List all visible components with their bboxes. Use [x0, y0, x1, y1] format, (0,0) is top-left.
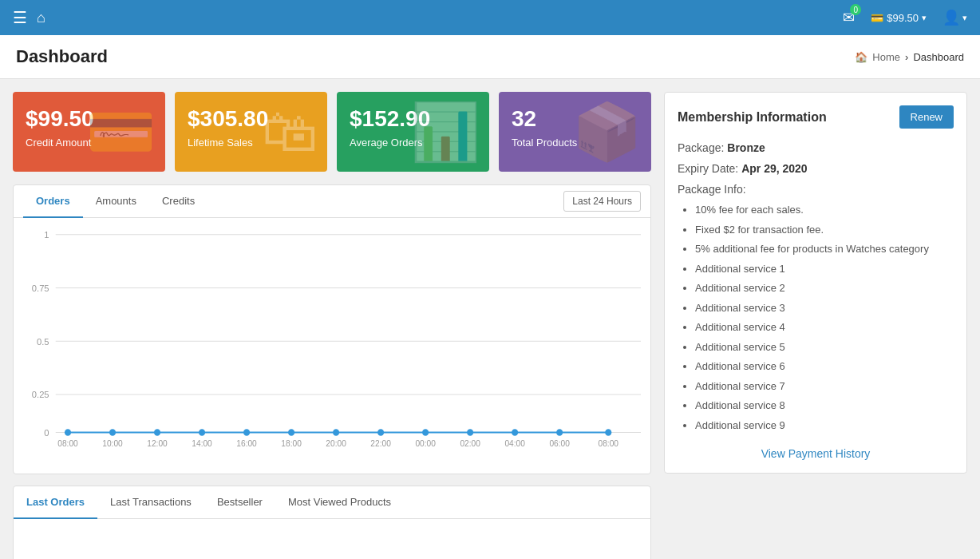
- list-item: Additional service 6: [695, 359, 954, 375]
- chart-area: 1 0.75 0.5 0.25 0: [14, 218, 650, 474]
- svg-point-19: [467, 429, 473, 436]
- svg-text:14:00: 14:00: [192, 438, 212, 447]
- left-column: $99.50 Credit Amount 💳 $305.80 Lifetime …: [13, 92, 651, 559]
- credit-amount-card: $99.50 Credit Amount 💳: [13, 92, 165, 172]
- credit-amount-nav[interactable]: 💳 $99.50 ▾: [871, 12, 927, 24]
- membership-header: Membership Information Renew: [678, 105, 954, 129]
- nav-right: ✉ 0 💳 $99.50 ▾ 👤 ▾: [843, 9, 967, 26]
- view-payment-history-link[interactable]: View Payment History: [678, 447, 954, 460]
- lifetime-sales-card: $305.80 Lifetime Sales 🛍: [175, 92, 327, 172]
- user-icon: 👤: [942, 9, 960, 26]
- tab-credits[interactable]: Credits: [149, 185, 207, 218]
- svg-text:04:00: 04:00: [504, 438, 525, 447]
- list-item: Additional service 8: [695, 398, 954, 414]
- svg-point-22: [605, 429, 611, 436]
- tab-bestseller[interactable]: Bestseller: [204, 486, 275, 519]
- right-column: Membership Information Renew Package: Br…: [664, 92, 967, 559]
- svg-point-20: [512, 429, 518, 436]
- credit-chevron-icon: ▾: [922, 13, 927, 23]
- list-item: Additional service 9: [695, 418, 954, 434]
- svg-text:16:00: 16:00: [236, 438, 257, 447]
- tab-most-viewed[interactable]: Most Viewed Products: [275, 486, 404, 519]
- list-item: Additional service 4: [695, 319, 954, 335]
- svg-text:20:00: 20:00: [326, 438, 346, 447]
- mail-badge: 0: [850, 4, 861, 15]
- home-icon[interactable]: ⌂: [37, 10, 45, 26]
- package-row: Package: Bronze: [678, 141, 954, 154]
- mail-icon[interactable]: ✉ 0: [843, 9, 855, 26]
- tab-last-orders[interactable]: Last Orders: [14, 486, 97, 519]
- list-item: Additional service 1: [695, 261, 954, 277]
- svg-point-11: [109, 429, 116, 436]
- package-info-label: Package Info:: [678, 183, 954, 196]
- tab-amounts[interactable]: Amounts: [83, 185, 149, 218]
- average-orders-card: $152.90 Average Orders 📊: [337, 92, 489, 172]
- membership-card: Membership Information Renew Package: Br…: [664, 92, 967, 474]
- expiry-label: Expiry Date:: [678, 162, 741, 175]
- bottom-tabs-card: Last Orders Last Transactions Bestseller…: [13, 486, 651, 559]
- package-value: Bronze: [727, 141, 765, 154]
- credit-card-bg-icon: 💳: [86, 104, 156, 160]
- list-item: 10% fee for each sales.: [695, 202, 954, 218]
- breadcrumb-current: Dashboard: [913, 51, 964, 63]
- package-label: Package:: [678, 141, 727, 154]
- breadcrumb-home-link[interactable]: Home: [872, 51, 900, 63]
- tab-orders[interactable]: Orders: [23, 185, 83, 218]
- bottom-tabs: Last Orders Last Transactions Bestseller…: [14, 486, 650, 519]
- svg-text:08:00: 08:00: [599, 438, 619, 447]
- tab-last-transactions[interactable]: Last Transactions: [97, 486, 204, 519]
- list-item: Additional service 5: [695, 339, 954, 355]
- svg-point-12: [154, 429, 160, 436]
- chart-tabs: Orders Amounts Credits Last 24 Hours: [14, 185, 650, 218]
- user-menu[interactable]: 👤 ▾: [942, 9, 967, 26]
- svg-point-21: [556, 429, 563, 436]
- expiry-value: Apr 29, 2020: [741, 162, 808, 175]
- svg-point-18: [422, 429, 429, 436]
- svg-text:0: 0: [44, 427, 49, 437]
- svg-text:0.25: 0.25: [32, 390, 49, 399]
- package-list: 10% fee for each sales. Fixed $2 for tra…: [678, 202, 954, 433]
- chart-filter-button[interactable]: Last 24 Hours: [563, 191, 641, 212]
- expiry-row: Expiry Date: Apr 29, 2020: [678, 162, 954, 175]
- total-products-card: 32 Total Products 📦: [499, 92, 651, 172]
- renew-button[interactable]: Renew: [899, 105, 954, 129]
- credit-card-icon: 💳: [871, 12, 883, 24]
- svg-text:1: 1: [44, 230, 49, 240]
- stat-cards: $99.50 Credit Amount 💳 $305.80 Lifetime …: [13, 92, 651, 172]
- svg-point-15: [288, 429, 294, 436]
- list-item: Additional service 7: [695, 379, 954, 394]
- chart-card: Orders Amounts Credits Last 24 Hours 1 0…: [13, 184, 651, 474]
- svg-text:0.5: 0.5: [37, 336, 49, 346]
- bottom-tab-content: [14, 519, 650, 559]
- breadcrumb: 🏠 Home › Dashboard: [855, 51, 964, 63]
- shopping-bag-bg-icon: 🛍: [262, 104, 318, 160]
- breadcrumb-separator: ›: [905, 51, 908, 63]
- list-item: 5% additional fee for products in Watche…: [695, 241, 954, 257]
- hamburger-icon[interactable]: ☰: [13, 8, 27, 27]
- svg-text:08:00: 08:00: [57, 438, 78, 447]
- list-item: Fixed $2 for transaction fee.: [695, 222, 954, 238]
- svg-text:18:00: 18:00: [281, 438, 302, 447]
- svg-point-13: [199, 429, 205, 436]
- orders-chart: 1 0.75 0.5 0.25 0: [23, 226, 641, 450]
- svg-text:02:00: 02:00: [460, 438, 480, 447]
- svg-text:12:00: 12:00: [147, 438, 168, 447]
- chart-bg-icon: 📊: [410, 104, 480, 160]
- page-title: Dashboard: [16, 46, 108, 67]
- main-content: $99.50 Credit Amount 💳 $305.80 Lifetime …: [0, 79, 980, 559]
- nav-left: ☰ ⌂: [13, 8, 45, 27]
- membership-title: Membership Information: [678, 110, 827, 125]
- box-bg-icon: 📦: [572, 104, 642, 160]
- list-item: Additional service 3: [695, 300, 954, 316]
- svg-text:0.75: 0.75: [32, 283, 49, 293]
- breadcrumb-home-icon: 🏠: [855, 51, 867, 63]
- svg-text:00:00: 00:00: [415, 438, 436, 447]
- svg-text:22:00: 22:00: [370, 438, 391, 447]
- page-header: Dashboard 🏠 Home › Dashboard: [0, 35, 980, 79]
- top-navigation: ☰ ⌂ ✉ 0 💳 $99.50 ▾ 👤 ▾: [0, 0, 980, 35]
- svg-point-16: [333, 429, 339, 436]
- user-chevron-icon: ▾: [962, 13, 967, 23]
- svg-text:10:00: 10:00: [102, 438, 123, 447]
- svg-point-17: [377, 429, 384, 436]
- list-item: Additional service 2: [695, 280, 954, 296]
